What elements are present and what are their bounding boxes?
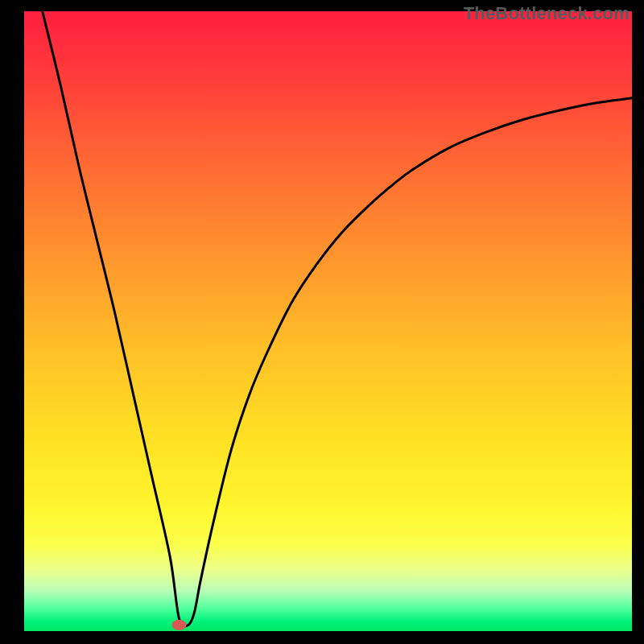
chart-svg [24,11,632,631]
plot-area [24,11,632,631]
watermark-text: TheBottleneck.com [464,3,630,24]
optimal-point-marker [172,620,187,630]
gradient-background [24,11,632,631]
chart-frame: TheBottleneck.com [0,0,644,644]
